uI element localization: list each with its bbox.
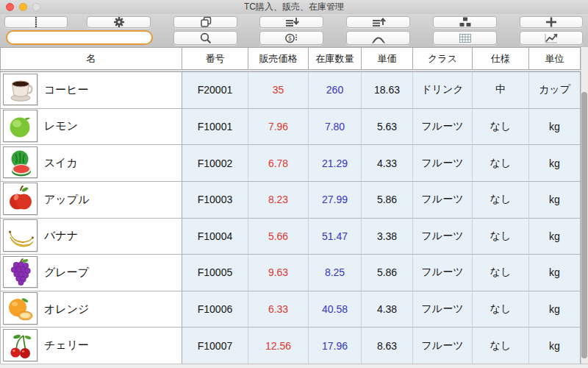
cell-stock[interactable]: 21.29 — [309, 145, 362, 182]
cell-unit_price[interactable]: 5.86 — [362, 182, 413, 219]
cell-class[interactable]: フルーツ — [413, 182, 473, 219]
cell-stock[interactable]: 27.99 — [309, 182, 362, 219]
cell-stock[interactable]: 51.47 — [309, 219, 362, 255]
column-header-name[interactable]: 名 — [0, 47, 182, 70]
list-down-button[interactable] — [259, 16, 323, 28]
cell-class[interactable]: フルーツ — [413, 291, 473, 328]
table-row[interactable]: チェリーF1000712.5617.968.63フルーツなしkg — [0, 328, 581, 364]
apple-image[interactable] — [3, 183, 37, 215]
cell-number[interactable]: F10005 — [182, 255, 248, 291]
table-row[interactable]: オレンジF100066.3340.584.38フルーツなしkg — [0, 291, 581, 328]
cell-unit_price[interactable]: 18.63 — [362, 72, 413, 109]
cell-number[interactable]: F10003 — [182, 182, 248, 219]
column-header-unit_price[interactable]: 単価 — [362, 47, 413, 70]
cell-spec[interactable]: 中 — [473, 72, 529, 109]
cell-number[interactable]: F10002 — [182, 145, 248, 182]
arc-button[interactable] — [346, 31, 410, 45]
cell-number[interactable]: F10007 — [182, 328, 248, 364]
lime-image[interactable] — [3, 110, 37, 142]
cell-price[interactable]: 8.23 — [248, 182, 309, 219]
chart-button[interactable] — [520, 31, 583, 45]
cell-unit_price[interactable]: 5.63 — [362, 109, 413, 146]
cell-spec[interactable]: なし — [473, 255, 529, 291]
cell-unit_price[interactable]: 4.38 — [362, 291, 413, 328]
column-header-class[interactable]: クラス — [413, 47, 473, 70]
cell-price[interactable]: 7.96 — [248, 109, 309, 146]
grape-image[interactable] — [3, 256, 37, 289]
column-header-price[interactable]: 販売価格 — [248, 47, 309, 70]
name-cell[interactable]: バナナ — [0, 219, 182, 255]
cell-stock[interactable]: 7.80 — [309, 109, 362, 146]
cell-class[interactable]: フルーツ — [413, 109, 473, 146]
cell-stock[interactable]: 260 — [309, 72, 362, 109]
cell-unit[interactable]: kg — [529, 328, 581, 364]
name-cell[interactable]: アップル — [0, 182, 182, 219]
cell-number[interactable]: F20001 — [182, 72, 248, 109]
copy-button[interactable] — [173, 16, 237, 28]
cell-spec[interactable]: なし — [473, 109, 529, 146]
cell-spec[interactable]: なし — [473, 145, 529, 182]
cell-unit_price[interactable]: 3.38 — [362, 219, 413, 255]
table-row[interactable]: レモンF100017.967.805.63フルーツなしkg — [0, 109, 581, 146]
cell-class[interactable]: フルーツ — [413, 328, 473, 364]
cell-number[interactable]: F10001 — [182, 109, 248, 146]
cell-price[interactable]: 12.56 — [248, 328, 309, 364]
cell-class[interactable]: ドリンク — [413, 72, 473, 109]
cell-number[interactable]: F10006 — [182, 291, 248, 328]
cell-stock[interactable]: 40.58 — [309, 291, 362, 328]
cell-unit_price[interactable]: 8.63 — [362, 328, 413, 364]
orange-image[interactable] — [3, 292, 37, 325]
name-cell[interactable]: チェリー — [0, 328, 182, 364]
cell-price[interactable]: 5.66 — [248, 219, 309, 255]
cell-class[interactable]: フルーツ — [413, 255, 473, 291]
grid-view-button[interactable] — [433, 31, 497, 45]
column-header-number[interactable]: 番号 — [182, 47, 248, 70]
cell-unit[interactable]: カップ — [529, 72, 581, 109]
new-record-button[interactable] — [520, 16, 583, 28]
column-header-spec[interactable]: 仕様 — [473, 47, 529, 70]
search-button[interactable] — [173, 31, 237, 45]
cell-class[interactable]: フルーツ — [413, 219, 473, 255]
name-cell[interactable]: オレンジ — [0, 291, 182, 328]
cell-spec[interactable]: なし — [473, 291, 529, 328]
name-cell[interactable]: グレープ — [0, 255, 182, 291]
cell-unit[interactable]: kg — [529, 145, 581, 182]
cell-stock[interactable]: 8.25 — [309, 255, 362, 291]
column-header-unit[interactable]: 単位 — [529, 47, 581, 70]
cell-spec[interactable]: なし — [473, 328, 529, 364]
cell-spec[interactable]: なし — [473, 219, 529, 255]
coffee-image[interactable] — [3, 74, 37, 106]
list-up-button[interactable] — [346, 16, 410, 28]
table-row[interactable]: バナナF100045.6651.473.38フルーツなしkg — [0, 219, 581, 255]
name-cell[interactable]: レモン — [0, 109, 182, 146]
cell-stock[interactable]: 17.96 — [309, 328, 362, 364]
cell-unit[interactable]: kg — [529, 291, 581, 328]
cell-unit[interactable]: kg — [529, 109, 581, 146]
search-input[interactable] — [6, 30, 153, 45]
cell-price[interactable]: 6.33 — [248, 291, 309, 328]
watermelon-image[interactable] — [3, 146, 37, 179]
banana-image[interactable] — [3, 219, 37, 252]
settings-button[interactable] — [87, 16, 151, 28]
cell-unit[interactable]: kg — [529, 182, 581, 219]
cell-class[interactable]: フルーツ — [413, 145, 473, 182]
currency-button[interactable]: $ — [259, 31, 323, 45]
column-header-stock[interactable]: 在庫数量 — [309, 47, 362, 70]
cell-unit[interactable]: kg — [529, 255, 581, 291]
name-cell[interactable]: コーヒー — [0, 72, 182, 109]
cell-price[interactable]: 9.63 — [248, 255, 309, 291]
cell-unit_price[interactable]: 5.86 — [362, 255, 413, 291]
cell-price[interactable]: 6.78 — [248, 145, 309, 182]
dots-button[interactable] — [4, 16, 68, 28]
table-row[interactable]: コーヒーF200013526018.63ドリンク中カップ — [0, 72, 581, 109]
table-row[interactable]: アップルF100038.2327.995.86フルーツなしkg — [0, 182, 581, 219]
table-row[interactable]: グレープF100059.638.255.86フルーツなしkg — [0, 255, 581, 291]
blocks-button[interactable] — [433, 16, 497, 28]
table-row[interactable]: スイカF100026.7821.294.33フルーツなしkg — [0, 145, 581, 182]
cherry-image[interactable] — [3, 329, 37, 361]
scrollbar-thumb[interactable] — [581, 92, 587, 358]
cell-number[interactable]: F10004 — [182, 219, 248, 255]
cell-spec[interactable]: なし — [473, 182, 529, 219]
name-cell[interactable]: スイカ — [0, 145, 182, 182]
cell-price[interactable]: 35 — [248, 72, 309, 109]
